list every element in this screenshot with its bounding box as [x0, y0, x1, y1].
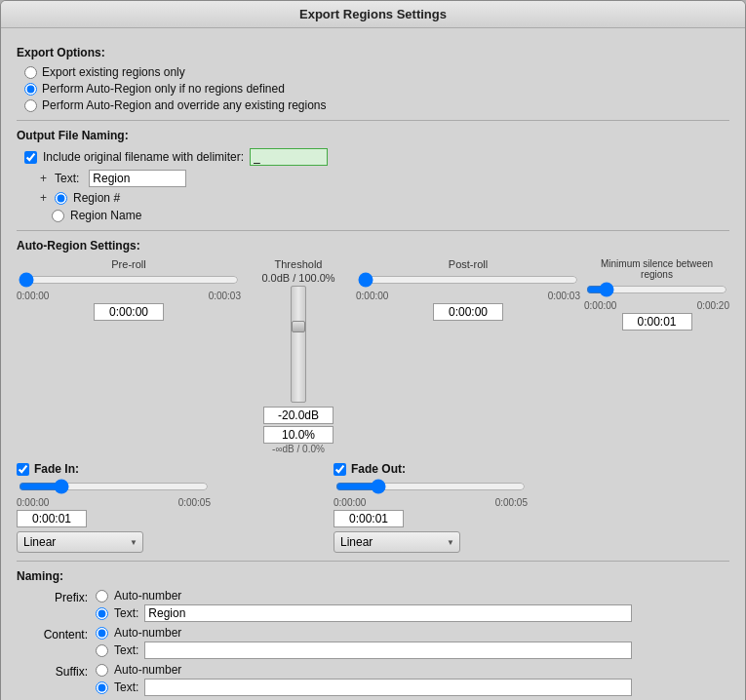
fade-out-slider[interactable] — [335, 479, 526, 494]
prefix-text-row: Text: — [96, 604, 632, 622]
region-hash-row: + Region # — [40, 191, 729, 205]
fade-out-label: Fade Out: — [351, 462, 406, 476]
fade-in-curve-select[interactable]: Linear Exponential Logarithmic S-Curve S… — [17, 531, 143, 553]
min-silence-value[interactable] — [622, 313, 692, 331]
content-text-row: Text: — [96, 642, 632, 659]
threshold-display: 0.0dB / 100.0% — [261, 272, 334, 284]
postroll-label: Post-roll — [449, 258, 488, 270]
export-options-group: Export existing regions only Perform Aut… — [24, 65, 729, 112]
plus2-icon: + — [40, 191, 47, 205]
export-option3-radio[interactable] — [24, 99, 37, 112]
fade-out-curve-select[interactable]: Linear Exponential Logarithmic S-Curve S… — [334, 531, 460, 553]
threshold-slider-wrap — [291, 286, 306, 403]
suffix-text-row: Text: — [96, 679, 632, 696]
suffix-autonumber-radio[interactable] — [96, 664, 108, 677]
prefix-text-label: Text: — [114, 606, 138, 620]
preroll-slider[interactable] — [19, 272, 239, 288]
export-option1-row: Export existing regions only — [24, 65, 729, 79]
region-hash-radio[interactable] — [55, 192, 67, 205]
export-option3-label: Perform Auto-Region and override any exi… — [42, 98, 327, 112]
content-options: Auto-number Text: — [96, 626, 632, 659]
min-silence-slider[interactable] — [586, 282, 727, 297]
threshold-pct-input[interactable] — [263, 426, 334, 444]
export-options-label: Export Options: — [17, 46, 729, 59]
content-row-label: Content: — [24, 626, 88, 642]
region-name-label: Region Name — [70, 209, 141, 222]
fade-out-min: 0:00:00 — [334, 497, 366, 508]
postroll-value[interactable] — [433, 303, 503, 321]
include-filename-label: Include original filename with delimiter… — [43, 150, 244, 164]
text-label: Text: — [55, 172, 79, 185]
prefix-autonumber-radio[interactable] — [96, 590, 108, 603]
auto-region-section: Auto-Region Settings: Pre-roll 0:00:00 0… — [17, 239, 729, 553]
postroll-min: 0:00:00 — [356, 291, 388, 301]
export-regions-dialog: Export Regions Settings Export Options: … — [0, 0, 746, 700]
min-silence-slider-row — [584, 282, 729, 300]
postroll-minmax: 0:00:00 0:00:03 — [356, 291, 580, 301]
fade-out-value[interactable] — [334, 510, 404, 527]
preroll-value[interactable] — [94, 303, 164, 321]
export-option3-row: Perform Auto-Region and override any exi… — [24, 98, 729, 112]
export-option2-label: Perform Auto-Region only if no regions d… — [42, 82, 285, 96]
region-hash-label: Region # — [73, 191, 120, 205]
preroll-max: 0:00:03 — [209, 291, 241, 301]
suffix-text-label: Text: — [114, 681, 138, 694]
output-naming-section: Output File Naming: Include original fil… — [17, 129, 729, 222]
postroll-slider-row — [356, 272, 580, 291]
suffix-text-radio[interactable] — [96, 681, 108, 694]
include-filename-checkbox[interactable] — [24, 151, 37, 164]
region-name-row: Region Name — [52, 209, 729, 222]
postroll-max: 0:00:03 — [548, 291, 580, 301]
threshold-vert-track — [291, 286, 306, 403]
fade-in-value[interactable] — [17, 510, 87, 527]
divider3 — [17, 561, 729, 562]
threshold-spacer — [218, 462, 326, 553]
export-option1-radio[interactable] — [24, 66, 37, 79]
suffix-text-input[interactable] — [144, 679, 632, 696]
fade-in-slider[interactable] — [19, 479, 209, 494]
prefix-autonumber-row: Auto-number — [96, 589, 632, 603]
min-silence-spacer — [535, 462, 729, 553]
fade-in-label: Fade In: — [34, 462, 79, 476]
preroll-label: Pre-roll — [111, 258, 145, 270]
postroll-slider[interactable] — [358, 272, 578, 288]
postroll-col: Post-roll 0:00:00 0:00:03 — [356, 258, 580, 454]
export-option2-radio[interactable] — [24, 83, 37, 96]
min-silence-col: Minimum silence between regions 0:00:00 … — [584, 258, 729, 454]
content-text-radio[interactable] — [96, 644, 108, 657]
fade-out-slider-row — [334, 479, 528, 497]
fade-in-min: 0:00:00 — [17, 497, 49, 508]
threshold-col: Threshold 0.0dB / 100.0% -∞dB / 0.0% — [245, 258, 352, 454]
content-autonumber-row: Auto-number — [96, 626, 632, 640]
dialog-title: Export Regions Settings — [1, 1, 745, 28]
prefix-text-input[interactable] — [144, 604, 632, 622]
threshold-label: Threshold — [275, 258, 323, 270]
export-options-section: Export Options: Export existing regions … — [17, 46, 729, 112]
output-naming-label: Output File Naming: — [17, 129, 729, 142]
content-text-input[interactable] — [144, 642, 632, 659]
threshold-bottom-label: -∞dB / 0.0% — [272, 444, 325, 454]
text-prefix-input[interactable] — [89, 170, 186, 187]
plus-icon: + — [40, 172, 47, 185]
fade-out-max: 0:00:05 — [495, 497, 528, 508]
fade-out-col: Fade Out: 0:00:00 0:00:05 Linear Exponen… — [334, 462, 528, 553]
threshold-db-input[interactable] — [263, 407, 334, 424]
export-option1-label: Export existing regions only — [42, 65, 185, 79]
min-silence-min: 0:00:00 — [584, 300, 616, 311]
region-name-radio[interactable] — [52, 210, 64, 222]
suffix-options: Auto-number Text: — [96, 663, 632, 696]
threshold-vert-knob — [292, 321, 305, 332]
fade-row: Fade In: 0:00:00 0:00:05 Linear Exponent… — [17, 462, 729, 553]
suffix-autonumber-row: Auto-number — [96, 663, 632, 677]
prefix-autonumber-label: Auto-number — [114, 589, 181, 603]
fade-in-checkbox[interactable] — [17, 463, 29, 476]
ar-main-grid: Pre-roll 0:00:00 0:00:03 Threshold 0.0dB… — [17, 258, 729, 454]
fade-out-checkbox[interactable] — [334, 463, 346, 476]
prefix-row-label: Prefix: — [24, 589, 88, 604]
prefix-text-radio[interactable] — [96, 607, 108, 620]
content-autonumber-radio[interactable] — [96, 627, 108, 640]
delimiter-input[interactable] — [250, 148, 328, 166]
auto-region-label: Auto-Region Settings: — [17, 239, 729, 253]
fade-in-max: 0:00:05 — [178, 497, 211, 508]
threshold-inputs — [263, 407, 334, 444]
